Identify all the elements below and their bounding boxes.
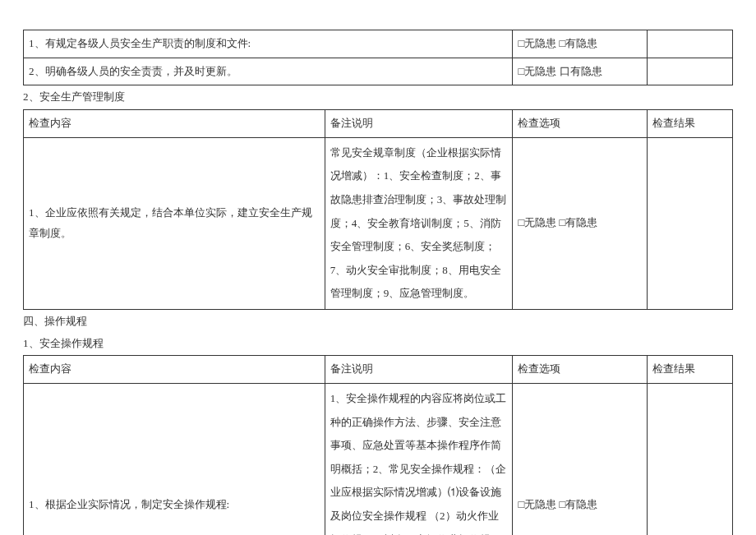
check-result <box>648 30 733 58</box>
check-content: 1、企业应依照有关规定，结合本单位实际，建立安全生产规章制度。 <box>24 137 325 309</box>
header-note: 备注说明 <box>325 110 513 138</box>
header-options: 检查选项 <box>513 110 648 138</box>
check-result <box>648 383 733 535</box>
check-note: 常见安全规章制度（企业根据实际情况增减）：1、安全检查制度；2、事故隐患排查治理… <box>325 137 513 309</box>
check-result <box>648 137 733 309</box>
check-options: □无隐患 口有隐患 <box>513 58 648 85</box>
header-row: 检查内容 备注说明 检查选项 检查结果 <box>24 110 733 138</box>
check-result <box>648 58 733 85</box>
header-options: 检查选项 <box>513 356 648 384</box>
header-note: 备注说明 <box>325 356 513 384</box>
header-content: 检查内容 <box>24 110 325 138</box>
top-table: 1、有规定各级人员安全生产职责的制度和文件: □无隐患 □有隐患 2、明确各级人… <box>23 30 733 85</box>
check-content: 2、明确各级人员的安全责责，并及时更新。 <box>24 58 513 85</box>
section-heading-4b: 1、安全操作规程 <box>23 334 733 354</box>
check-options: □无隐患 □有隐患 <box>513 383 648 535</box>
check-content: 1、根据企业实际情况，制定安全操作规程: <box>24 383 325 535</box>
section2-table: 检查内容 备注说明 检查选项 检查结果 1、企业应依照有关规定，结合本单位实际，… <box>23 109 733 310</box>
table-row: 2、明确各级人员的安全责责，并及时更新。 □无隐患 口有隐患 <box>24 58 733 85</box>
section-heading-4a: 四、操作规程 <box>23 311 733 332</box>
table-row: 1、有规定各级人员安全生产职责的制度和文件: □无隐患 □有隐患 <box>24 30 733 58</box>
header-content: 检查内容 <box>24 356 325 384</box>
check-options: □无隐患 □有隐患 <box>513 30 648 58</box>
header-result: 检查结果 <box>648 356 733 384</box>
section-heading-2: 2、安全生产管理制度 <box>23 87 733 108</box>
table-row: 1、企业应依照有关规定，结合本单位实际，建立安全生产规章制度。 常见安全规章制度… <box>24 137 733 309</box>
table-row: 1、根据企业实际情况，制定安全操作规程: 1、安全操作规程的内容应将岗位或工种的… <box>24 383 733 535</box>
check-options: □无隐患 □有隐患 <box>513 137 648 309</box>
header-row: 检查内容 备注说明 检查选项 检查结果 <box>24 356 733 384</box>
section4-table: 检查内容 备注说明 检查选项 检查结果 1、根据企业实际情况，制定安全操作规程:… <box>23 355 733 535</box>
check-note: 1、安全操作规程的内容应将岗位或工种的正确操作方法、步骤、安全注意事项、应急处置… <box>325 383 513 535</box>
check-content: 1、有规定各级人员安全生产职责的制度和文件: <box>24 30 513 58</box>
header-result: 检查结果 <box>648 110 733 138</box>
